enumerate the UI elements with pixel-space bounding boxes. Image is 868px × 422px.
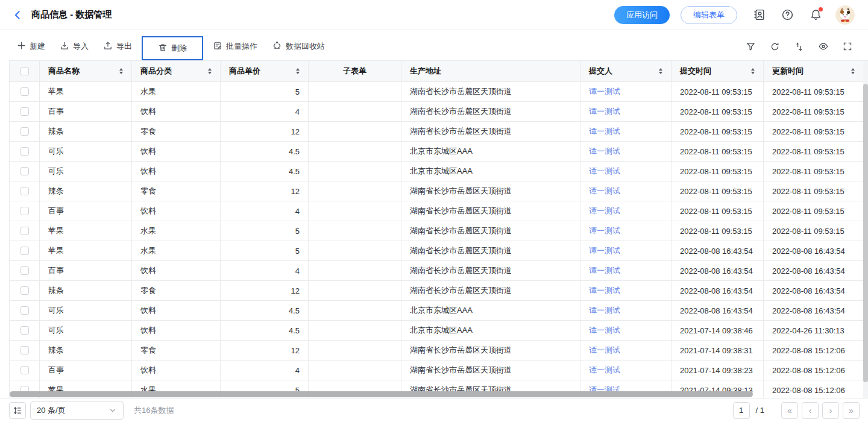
column-header-name[interactable]: 商品名称 [40,61,132,82]
row-checkbox-cell[interactable] [10,221,40,241]
cell-submitter[interactable]: 谭一测试 [580,201,671,221]
table-row[interactable]: 可乐饮料4.5北京市东城区AAA谭一测试2022-08-11 09:53:152… [10,162,868,181]
next-page-button[interactable]: › [822,402,839,419]
column-header-price[interactable]: 商品单价 [221,61,309,82]
contacts-icon[interactable] [753,8,766,21]
fullscreen-icon[interactable] [843,42,852,51]
table-row[interactable]: 百事饮料4湖南省长沙市岳麓区天顶街道谭一测试2022-08-11 09:53:1… [10,102,868,122]
prev-page-button[interactable]: ‹ [802,402,819,419]
cell-submitter[interactable]: 谭一测试 [580,341,671,361]
row-checkbox[interactable] [20,247,29,255]
row-checkbox-cell[interactable] [10,341,40,361]
row-checkbox[interactable] [20,326,29,335]
table-row[interactable]: 辣条零食12湖南省长沙市岳麓区天顶街道谭一测试2021-07-14 09:38:… [10,341,868,361]
sort-arrows-icon[interactable] [119,68,123,74]
row-checkbox[interactable] [20,207,29,215]
column-header-submit-time[interactable]: 提交时间 [671,61,764,82]
cell-submitter[interactable]: 谭一测试 [580,321,671,341]
cell-submitter[interactable]: 谭一测试 [580,281,671,301]
import-button[interactable]: 导入 [60,41,89,52]
sort-arrows-icon[interactable] [208,68,212,74]
cell-submitter[interactable]: 谭一测试 [580,181,671,201]
cell-submitter[interactable]: 谭一测试 [580,82,671,102]
page-size-select[interactable]: 20 条/页 [30,402,124,420]
row-checkbox-cell[interactable] [10,181,40,201]
app-access-button[interactable]: 应用访问 [614,6,670,24]
row-checkbox-cell[interactable] [10,162,40,181]
batch-operation-button[interactable]: 批量操作 [213,41,257,52]
table-row[interactable]: 百事饮料4湖南省长沙市岳麓区天顶街道谭一测试2022-08-11 09:53:1… [10,201,868,221]
last-page-button[interactable]: » [843,402,860,419]
row-checkbox-cell[interactable] [10,321,40,341]
row-checkbox[interactable] [20,167,29,175]
row-checkbox-cell[interactable] [10,281,40,301]
sort-arrows-icon[interactable] [751,68,755,74]
table-row[interactable]: 苹果水果5湖南省长沙市岳麓区天顶街道谭一测试2022-08-08 16:43:5… [10,241,868,261]
row-checkbox[interactable] [20,87,29,96]
table-row[interactable]: 可乐饮料4.5北京市东城区AAA谭一测试2022-08-08 16:43:542… [10,301,868,321]
table-row[interactable]: 百事饮料4湖南省长沙市岳麓区天顶街道谭一测试2021-07-14 09:38:2… [10,361,868,380]
new-button[interactable]: 新建 [17,41,45,52]
refresh-icon[interactable] [770,42,780,52]
row-checkbox-cell[interactable] [10,301,40,321]
table-row[interactable]: 百事饮料4湖南省长沙市岳麓区天顶街道谭一测试2022-08-08 16:43:5… [10,261,868,281]
filter-icon[interactable] [746,42,756,52]
avatar[interactable] [835,5,855,25]
table-row[interactable]: 辣条零食12湖南省长沙市岳麓区天顶街道谭一测试2022-08-08 16:43:… [10,281,868,301]
row-checkbox[interactable] [20,266,29,275]
table-row[interactable]: 苹果水果5湖南省长沙市岳麓区天顶街道谭一测试2022-08-11 09:53:1… [10,221,868,241]
row-checkbox[interactable] [20,366,29,374]
first-page-button[interactable]: « [781,402,798,419]
back-icon[interactable] [12,10,23,20]
row-checkbox-cell[interactable] [10,361,40,380]
table-row[interactable]: 可乐饮料4.5北京市东城区AAA谭一测试2021-07-14 09:38:462… [10,321,868,341]
cell-submitter[interactable]: 谭一测试 [580,142,671,162]
row-checkbox-cell[interactable] [10,122,40,142]
cell-submitter[interactable]: 谭一测试 [580,261,671,281]
row-checkbox[interactable] [20,127,29,136]
row-checkbox[interactable] [20,306,29,315]
cell-submitter[interactable]: 谭一测试 [580,241,671,261]
column-header-update-time[interactable]: 更新时间 [764,61,864,82]
row-checkbox[interactable] [20,286,29,295]
bell-icon[interactable] [810,8,822,21]
row-checkbox-cell[interactable] [10,142,40,162]
cell-submitter[interactable]: 谭一测试 [580,361,671,380]
table-row[interactable]: 苹果水果5湖南省长沙市岳麓区天顶街道谭一测试2022-08-11 09:53:1… [10,82,868,102]
table-row[interactable]: 辣条零食12湖南省长沙市岳麓区天顶街道谭一测试2022-08-11 09:53:… [10,181,868,201]
sort-arrows-icon[interactable] [851,68,855,74]
page-number-input[interactable] [733,402,750,419]
column-header-submitter[interactable]: 提交人 [580,61,671,82]
row-height-button[interactable] [9,402,26,419]
select-all-cell[interactable] [10,61,40,82]
cell-submitter[interactable]: 谭一测试 [580,102,671,122]
cell-submitter[interactable]: 谭一测试 [580,221,671,241]
help-icon[interactable] [781,8,794,21]
table-row[interactable]: 辣条零食12湖南省长沙市岳麓区天顶街道谭一测试2022-08-11 09:53:… [10,122,868,142]
row-checkbox-cell[interactable] [10,102,40,122]
export-button[interactable]: 导出 [103,41,132,52]
horizontal-scrollbar-thumb[interactable] [10,391,753,397]
row-checkbox[interactable] [20,107,29,116]
row-checkbox[interactable] [20,147,29,156]
cell-submitter[interactable]: 谭一测试 [580,162,671,181]
select-all-checkbox[interactable] [20,67,29,75]
row-checkbox-cell[interactable] [10,241,40,261]
vertical-scrollbar-thumb[interactable] [863,84,868,382]
row-checkbox[interactable] [20,227,29,235]
table-row[interactable]: 可乐饮料4.5北京市东城区AAA谭一测试2022-08-11 09:53:152… [10,142,868,162]
eye-icon[interactable] [818,41,829,52]
sort-arrows-icon[interactable] [659,68,662,74]
cell-submitter[interactable]: 谭一测试 [580,301,671,321]
row-checkbox-cell[interactable] [10,82,40,102]
row-checkbox[interactable] [20,187,29,195]
recycle-bin-button[interactable]: 数据回收站 [272,40,325,52]
sort-arrows-icon[interactable] [296,68,300,74]
column-header-category[interactable]: 商品分类 [132,61,221,82]
sort-icon[interactable] [794,42,804,52]
cell-submitter[interactable]: 谭一测试 [580,122,671,142]
row-checkbox-cell[interactable] [10,261,40,281]
delete-button[interactable]: 删除 [158,43,187,54]
edit-form-button[interactable]: 编辑表单 [681,6,737,24]
row-checkbox[interactable] [20,346,29,354]
